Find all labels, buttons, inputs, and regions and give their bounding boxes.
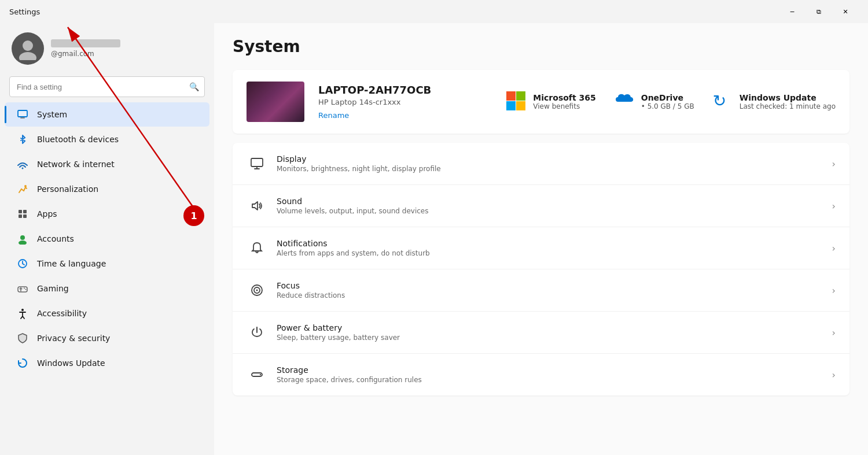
sidebar-item-privacy[interactable]: Privacy & security (5, 326, 209, 350)
profile-name-redacted (51, 39, 120, 47)
notifications-text: Notifications Alerts from apps and syste… (277, 239, 832, 257)
sidebar-item-apps[interactable]: Apps (5, 202, 209, 226)
winupdate-promo: ↻ Windows Update Last checked: 1 minute … (713, 91, 836, 112)
storage-text: Storage Storage space, drives, configura… (277, 365, 832, 384)
display-sub: Monitors, brightness, night light, displ… (277, 165, 832, 173)
sidebar-item-label-accessibility: Accessibility (37, 309, 87, 318)
update-icon (16, 357, 29, 369)
profile-info: @gmail.com (51, 39, 120, 58)
power-title: Power & battery (277, 323, 832, 332)
power-sub: Sleep, battery usage, battery saver (277, 334, 832, 342)
gaming-icon (16, 282, 29, 295)
notifications-chevron: › (832, 243, 836, 254)
maximize-button[interactable]: ⧉ (806, 2, 832, 21)
sidebar-item-label-bluetooth: Bluetooth & devices (37, 135, 119, 144)
device-name: LAPTOP-2AH77OCB (318, 84, 492, 96)
winupdate-icon: ↻ (713, 91, 734, 112)
display-text: Display Monitors, brightness, night ligh… (277, 154, 832, 173)
settings-list: Display Monitors, brightness, night ligh… (233, 143, 849, 395)
sound-icon (247, 195, 267, 216)
settings-item-display[interactable]: Display Monitors, brightness, night ligh… (233, 143, 849, 185)
svg-rect-19 (251, 158, 263, 167)
sidebar-item-label-apps: Apps (37, 209, 57, 219)
settings-item-power[interactable]: Power & battery Sleep, battery usage, ba… (233, 312, 849, 354)
settings-item-focus[interactable]: Focus Reduce distractions › (233, 269, 849, 312)
focus-chevron: › (832, 285, 836, 296)
sidebar-item-label-network: Network & internet (37, 160, 115, 169)
sidebar-item-network[interactable]: Network & internet (5, 152, 209, 176)
winupdate-info: Windows Update Last checked: 1 minute ag… (740, 93, 836, 110)
device-model: HP Laptop 14s-cr1xxx (318, 98, 492, 106)
onedrive-icon (615, 91, 635, 112)
ms365-info: Microsoft 365 View benefits (533, 93, 595, 110)
onedrive-sub: • 5.0 GB / 5 GB (641, 102, 694, 110)
power-icon (247, 322, 267, 343)
focus-text: Focus Reduce distractions (277, 281, 832, 299)
rename-link[interactable]: Rename (318, 111, 349, 120)
personalization-icon (16, 183, 29, 195)
titlebar-title: Settings (9, 8, 40, 16)
page-title: System (233, 37, 849, 56)
close-button[interactable]: ✕ (832, 2, 859, 21)
ms365-sub: View benefits (533, 102, 595, 110)
ms365-title: Microsoft 365 (533, 93, 595, 102)
sound-chevron: › (832, 201, 836, 212)
display-chevron: › (832, 158, 836, 169)
accounts-icon (16, 232, 29, 245)
profile-email: @gmail.com (51, 50, 120, 58)
sidebar-item-accounts[interactable]: Accounts (5, 227, 209, 251)
app-body: @gmail.com 🔍 System Bluetooth & devices … (0, 23, 868, 455)
settings-item-notifications[interactable]: Notifications Alerts from apps and syste… (233, 227, 849, 269)
notifications-sub: Alerts from apps and system, do not dist… (277, 249, 832, 257)
sidebar-item-time[interactable]: Time & language (5, 251, 209, 276)
sidebar-item-update[interactable]: Windows Update (5, 351, 209, 375)
privacy-icon (16, 332, 29, 345)
svg-point-16 (24, 288, 25, 289)
svg-rect-2 (18, 110, 27, 117)
sidebar-item-bluetooth[interactable]: Bluetooth & devices (5, 127, 209, 151)
svg-point-1 (19, 52, 36, 60)
onedrive-title: OneDrive (641, 93, 694, 102)
accessibility-icon (16, 307, 29, 320)
sound-text: Sound Volume levels, output, input, soun… (277, 197, 832, 215)
notifications-title: Notifications (277, 239, 832, 248)
svg-point-17 (25, 289, 27, 290)
laptop-thumbnail (247, 82, 304, 122)
apps-icon (16, 208, 29, 220)
search-input[interactable] (9, 76, 205, 97)
sidebar-item-accessibility[interactable]: Accessibility (5, 301, 209, 325)
focus-icon (247, 280, 267, 301)
svg-rect-3 (20, 117, 25, 119)
svg-marker-20 (252, 202, 258, 210)
sidebar-item-personalization[interactable]: Personalization (5, 177, 209, 201)
storage-icon (247, 364, 267, 385)
power-chevron: › (832, 327, 836, 338)
time-icon (16, 257, 29, 270)
settings-item-sound[interactable]: Sound Volume levels, output, input, soun… (233, 185, 849, 227)
titlebar-left: Settings (9, 8, 40, 16)
onedrive-info: OneDrive • 5.0 GB / 5 GB (641, 93, 694, 110)
sidebar-item-gaming[interactable]: Gaming (5, 276, 209, 301)
minimize-button[interactable]: ─ (779, 2, 806, 21)
svg-point-23 (256, 290, 258, 291)
sidebar-item-label-gaming: Gaming (37, 284, 69, 293)
power-text: Power & battery Sleep, battery usage, ba… (277, 323, 832, 342)
sidebar: @gmail.com 🔍 System Bluetooth & devices … (0, 23, 214, 455)
sound-sub: Volume levels, output, input, sound devi… (277, 207, 832, 215)
storage-chevron: › (832, 369, 836, 380)
svg-rect-7 (23, 210, 27, 213)
sidebar-item-label-accounts: Accounts (37, 234, 74, 243)
svg-rect-6 (19, 210, 22, 213)
sidebar-item-label-personalization: Personalization (37, 184, 98, 194)
system-icon (16, 108, 29, 121)
settings-item-storage[interactable]: Storage Storage space, drives, configura… (233, 354, 849, 395)
sidebar-item-system[interactable]: System (5, 102, 209, 127)
sidebar-item-label-system: System (37, 110, 67, 119)
device-card: LAPTOP-2AH77OCB HP Laptop 14s-cr1xxx Ren… (233, 70, 849, 134)
svg-point-18 (21, 309, 24, 311)
svg-point-10 (20, 235, 25, 240)
svg-point-0 (23, 40, 33, 51)
sidebar-item-label-update: Windows Update (37, 358, 105, 368)
ms365-icon (506, 91, 527, 112)
main-content: System LAPTOP-2AH77OCB HP Laptop 14s-cr1… (214, 23, 868, 455)
